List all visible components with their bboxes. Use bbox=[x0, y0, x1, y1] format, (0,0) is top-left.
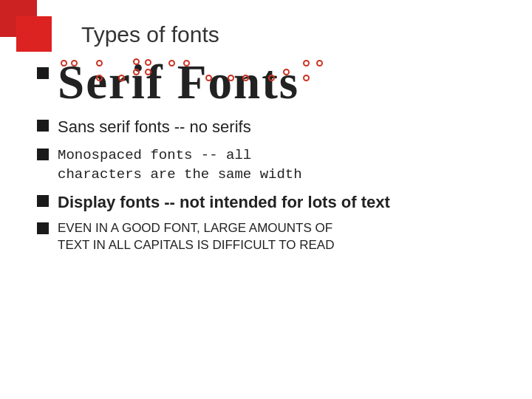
list-item-display: Display fonts -- not intended for lots o… bbox=[37, 192, 510, 214]
caps-line1: EVEN IN A GOOD FONT, LARGE AMOUNTS OF bbox=[58, 220, 334, 237]
mono-line2: characters are the same width bbox=[58, 165, 302, 185]
slide-title: Types of fonts bbox=[81, 22, 510, 47]
caps-line2: TEXT IN ALL CAPITALS IS DIFFICULT TO REA… bbox=[58, 237, 334, 254]
bullet-caps bbox=[37, 222, 49, 234]
display-text: Display fonts -- not intended for lots o… bbox=[58, 192, 390, 214]
bullet-mono bbox=[37, 149, 49, 160]
list-item-serif: Serif Fonts bbox=[37, 58, 510, 106]
sans-serif-text: Sans serif fonts -- no serifs bbox=[58, 117, 251, 138]
mono-line1: Monospaced fonts -- all bbox=[58, 146, 302, 166]
dot-18 bbox=[303, 60, 310, 66]
monospaced-text: Monospaced fonts -- all characters are t… bbox=[58, 146, 302, 185]
bullet-sans bbox=[37, 120, 49, 132]
content-area: Serif Fonts bbox=[22, 55, 510, 254]
dot-17 bbox=[303, 75, 310, 81]
header: Types of fonts bbox=[22, 15, 510, 47]
list-item-mono: Monospaced fonts -- all characters are t… bbox=[37, 146, 510, 185]
dot-19 bbox=[316, 60, 323, 66]
bullet-serif bbox=[37, 67, 49, 79]
bullet-display bbox=[37, 195, 49, 207]
slide: Types of fonts Serif Fonts bbox=[0, 0, 532, 399]
serif-fonts-display: Serif Fonts bbox=[58, 58, 299, 106]
caps-text: EVEN IN A GOOD FONT, LARGE AMOUNTS OF TE… bbox=[58, 220, 334, 254]
serif-fonts-text: Serif Fonts bbox=[58, 55, 299, 109]
list-item-sans: Sans serif fonts -- no serifs bbox=[37, 117, 510, 138]
list-item-caps: EVEN IN A GOOD FONT, LARGE AMOUNTS OF TE… bbox=[37, 220, 510, 254]
